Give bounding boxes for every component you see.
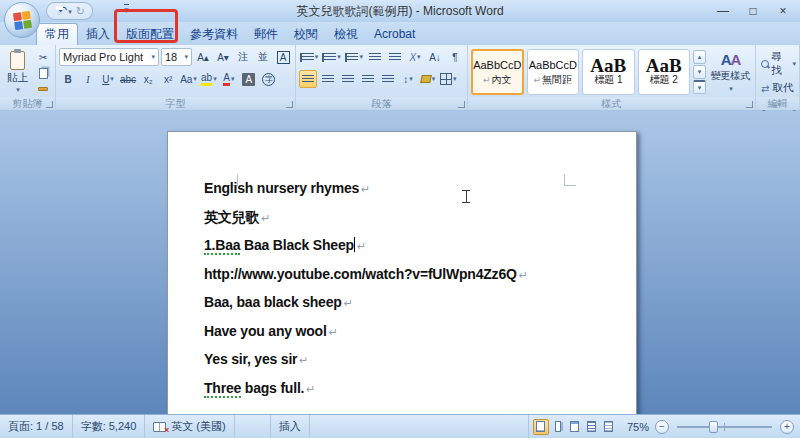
multilevel-list-button[interactable]: ▾: [344, 48, 364, 66]
sort-button[interactable]: A↓: [426, 48, 444, 66]
bullet-list-button[interactable]: ▾: [299, 48, 319, 66]
zoom-level-indicator[interactable]: 75%: [621, 421, 655, 433]
tab-home[interactable]: 常用: [36, 23, 78, 45]
web-layout-view-button[interactable]: [567, 419, 583, 435]
font-color-button[interactable]: A▾: [220, 70, 238, 88]
change-styles-icon: AA: [721, 52, 741, 67]
print-layout-icon: [536, 421, 545, 432]
font-size-dropdown-icon[interactable]: ▾: [184, 53, 188, 61]
office-button[interactable]: [4, 2, 40, 38]
strikethrough-button[interactable]: abc: [119, 70, 137, 88]
document-page[interactable]: English nursery rhymes↵ 英文兒歌↵ 1.Baa Baa …: [167, 131, 637, 414]
doc-line-8: Three bags full.↵: [204, 380, 528, 409]
draft-view-button[interactable]: [601, 419, 617, 435]
style-heading2[interactable]: AaB 標題 2: [638, 49, 690, 95]
change-styles-button[interactable]: AA 變更樣式 ▾: [709, 48, 752, 93]
superscript-button[interactable]: x²: [159, 70, 177, 88]
justify-button[interactable]: [359, 70, 377, 88]
italic-button[interactable]: I: [79, 70, 97, 88]
style-no-spacing[interactable]: AaBbCcD ↵無間距: [527, 49, 579, 95]
proofing-errors-icon[interactable]: ×: [153, 422, 166, 432]
styles-scroll-down-button[interactable]: ▾: [693, 65, 706, 79]
copy-button[interactable]: [34, 67, 52, 81]
line-spacing-button[interactable]: ↕▾: [399, 70, 417, 88]
phonetic-guide-button[interactable]: 注: [234, 48, 252, 66]
replace-button[interactable]: ⇄ 取代: [759, 81, 796, 95]
styles-gallery-more-button[interactable]: ▾: [693, 80, 706, 94]
underline-button[interactable]: U▾: [99, 70, 117, 88]
paste-button[interactable]: 貼上 ▾: [3, 48, 32, 96]
shrink-font-button[interactable]: A▾: [214, 48, 232, 66]
styles-scroll-up-button[interactable]: ▴: [693, 50, 706, 64]
tab-mailings[interactable]: 郵件: [246, 23, 286, 45]
outline-view-button[interactable]: [584, 419, 600, 435]
tab-view[interactable]: 檢視: [326, 23, 366, 45]
style-heading1[interactable]: AaB 標題 1: [582, 49, 634, 95]
page-number-indicator[interactable]: 頁面: 1 / 58: [0, 415, 73, 438]
font-color-dropdown-icon[interactable]: ▾: [231, 75, 235, 83]
asian-layout-button[interactable]: 並: [254, 48, 272, 66]
doc-line-5: Baa, baa black sheep↵: [204, 294, 528, 323]
print-layout-view-button[interactable]: [533, 419, 549, 435]
insert-mode-indicator[interactable]: 插入: [271, 415, 310, 438]
maximize-button[interactable]: □: [738, 0, 768, 22]
margin-crop-mark-right: [564, 174, 576, 186]
character-border-button[interactable]: A: [274, 48, 292, 66]
highlight-dropdown-icon[interactable]: ▾: [213, 75, 217, 83]
clipboard-dialog-launcher[interactable]: [46, 101, 53, 108]
undo-button[interactable]: ↶▾: [57, 2, 73, 20]
find-dropdown-icon[interactable]: ▾: [792, 60, 796, 68]
asian-layout-menu-button[interactable]: X▾: [406, 48, 424, 66]
numbered-list-button[interactable]: ▾: [321, 48, 341, 66]
font-size-combobox[interactable]: 18▾: [161, 48, 192, 66]
paragraph-dialog-launcher[interactable]: [458, 101, 465, 108]
word-count-indicator[interactable]: 字數: 5,240: [73, 415, 146, 438]
cut-button[interactable]: ✂: [34, 51, 52, 65]
change-styles-dropdown-icon[interactable]: ▾: [729, 85, 733, 93]
subscript-button[interactable]: x₂: [139, 70, 157, 88]
tab-review[interactable]: 校閱: [286, 23, 326, 45]
underline-dropdown-icon[interactable]: ▾: [110, 75, 114, 83]
text-highlight-button[interactable]: ab▾: [200, 70, 218, 88]
close-button[interactable]: ×: [768, 0, 798, 22]
character-shading-button[interactable]: A: [240, 70, 258, 88]
enclose-characters-button[interactable]: 字: [260, 70, 278, 88]
grow-font-button[interactable]: A▴: [194, 48, 212, 66]
align-left-button[interactable]: [299, 70, 317, 88]
zoom-out-button[interactable]: −: [655, 420, 669, 434]
redo-button[interactable]: ↻: [75, 3, 86, 19]
increase-indent-button[interactable]: [386, 48, 404, 66]
decrease-indent-button[interactable]: [366, 48, 384, 66]
undo-dropdown-icon[interactable]: ▾: [68, 8, 72, 15]
show-paragraph-marks-button[interactable]: ¶: [446, 48, 464, 66]
style-normal[interactable]: AaBbCcD ↵內文: [471, 49, 524, 95]
distribute-button[interactable]: [379, 70, 397, 88]
font-name-combobox[interactable]: Myriad Pro Light▾: [59, 48, 159, 66]
multilevel-list-icon: [345, 53, 359, 62]
shading-button[interactable]: ▾: [419, 70, 437, 88]
find-button[interactable]: 尋找 ▾: [759, 50, 796, 78]
format-painter-button[interactable]: [34, 82, 52, 96]
document-text[interactable]: English nursery rhymes↵ 英文兒歌↵ 1.Baa Baa …: [204, 180, 528, 408]
minimize-button[interactable]: —: [708, 0, 738, 22]
zoom-in-button[interactable]: +: [780, 420, 794, 434]
change-case-button[interactable]: Aa▾: [179, 70, 198, 88]
status-spacer-cell: [235, 415, 271, 438]
zoom-slider-thumb[interactable]: [709, 421, 718, 433]
bold-button[interactable]: B: [59, 70, 77, 88]
styles-dialog-launcher[interactable]: [746, 101, 753, 108]
align-center-button[interactable]: [319, 70, 337, 88]
zoom-slider-track[interactable]: [677, 426, 772, 428]
borders-button[interactable]: ▾: [439, 70, 458, 88]
fullscreen-reading-view-button[interactable]: [550, 419, 566, 435]
paste-dropdown-icon[interactable]: ▾: [16, 86, 20, 94]
tab-acrobat[interactable]: Acrobat: [366, 23, 423, 45]
change-case-dropdown-icon[interactable]: ▾: [193, 75, 197, 83]
tab-references[interactable]: 參考資料: [182, 23, 246, 45]
align-right-button[interactable]: [339, 70, 357, 88]
font-dialog-launcher[interactable]: [286, 101, 293, 108]
font-name-dropdown-icon[interactable]: ▾: [151, 53, 155, 61]
language-indicator[interactable]: × 英文 (美國): [145, 415, 234, 438]
bullet-list-icon: [300, 53, 314, 62]
tab-insert[interactable]: 插入: [78, 23, 118, 45]
